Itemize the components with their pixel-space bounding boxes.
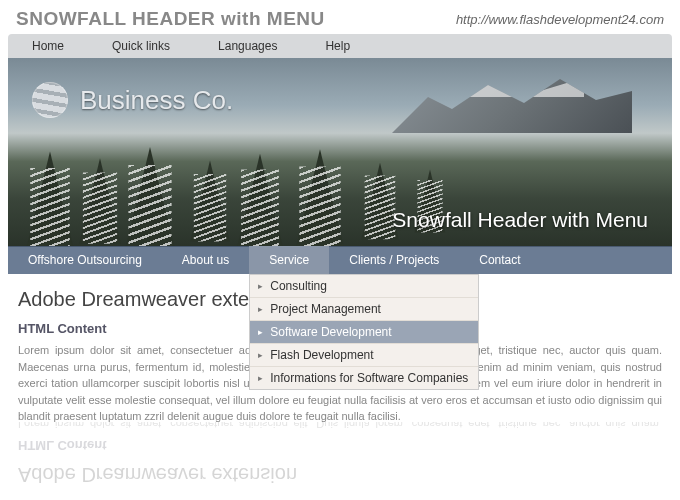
chevron-right-icon: ▸ — [258, 281, 263, 291]
dd-flash-development[interactable]: ▸Flash Development — [250, 344, 478, 367]
dd-software-development[interactable]: ▸Software Development — [250, 321, 478, 344]
logo[interactable]: Business Co. — [32, 82, 233, 118]
globe-icon — [32, 82, 68, 118]
dd-consulting[interactable]: ▸Consulting — [250, 275, 478, 298]
banner-title: SNOWFALL HEADER with MENU — [16, 8, 325, 30]
dd-project-management[interactable]: ▸Project Management — [250, 298, 478, 321]
mountain-graphic — [392, 73, 632, 133]
chevron-right-icon: ▸ — [258, 350, 263, 360]
banner-url[interactable]: http://www.flashdevelopment24.com — [456, 12, 664, 27]
nav-about[interactable]: About us — [162, 246, 249, 274]
banner-title-suffix: with MENU — [221, 8, 325, 29]
top-nav: Home Quick links Languages Help — [8, 34, 672, 58]
nav-clients[interactable]: Clients / Projects — [329, 246, 459, 274]
hero-caption: Snowfall Header with Menu — [392, 208, 648, 232]
nav-service[interactable]: Service ▸Consulting ▸Project Management … — [249, 246, 329, 274]
logo-text: Business Co. — [80, 85, 233, 116]
nav-offshore[interactable]: Offshore Outsourcing — [8, 246, 162, 274]
topnav-quicklinks[interactable]: Quick links — [88, 34, 194, 58]
nav-service-label: Service — [269, 253, 309, 267]
chevron-right-icon: ▸ — [258, 304, 263, 314]
topnav-home[interactable]: Home — [8, 34, 88, 58]
nav-contact[interactable]: Contact — [459, 246, 540, 274]
service-dropdown: ▸Consulting ▸Project Management ▸Softwar… — [249, 274, 479, 390]
topnav-languages[interactable]: Languages — [194, 34, 301, 58]
banner-title-prefix: SNOWFALL HEADER — [16, 8, 221, 29]
topnav-help[interactable]: Help — [301, 34, 374, 58]
top-banner: SNOWFALL HEADER with MENU http://www.fla… — [0, 0, 680, 34]
chevron-right-icon: ▸ — [258, 327, 263, 337]
dd-informations[interactable]: ▸Informations for Software Companies — [250, 367, 478, 389]
main-nav: Offshore Outsourcing About us Service ▸C… — [8, 246, 672, 274]
chevron-right-icon: ▸ — [258, 373, 263, 383]
hero-banner: Business Co. Snowfall Header with Menu — [8, 58, 672, 246]
